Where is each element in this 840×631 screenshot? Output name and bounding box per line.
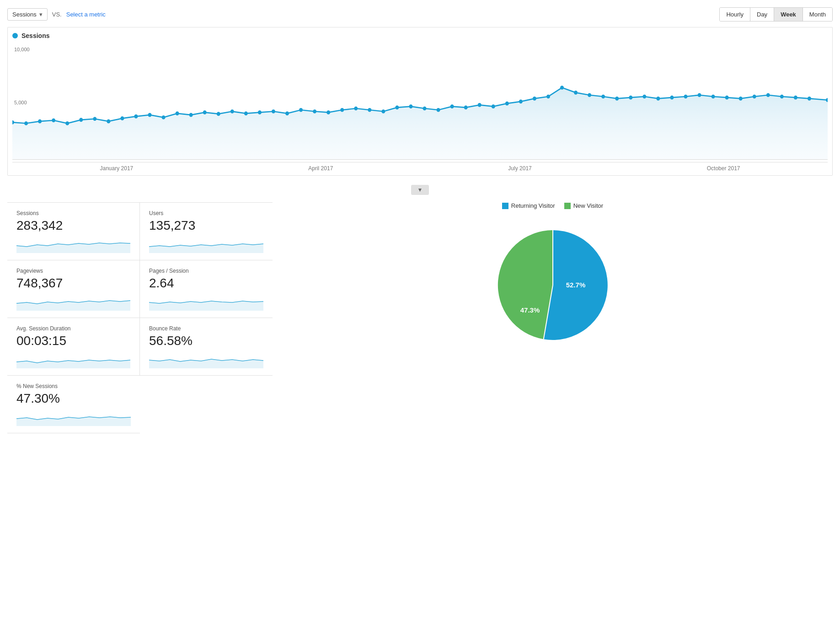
metric-bounce-rate: Bounce Rate 56.58% — [140, 318, 273, 376]
svg-point-9 — [134, 114, 138, 119]
svg-point-23 — [326, 110, 330, 114]
chart-container: 10,000 5,000 — [12, 43, 828, 162]
sessions-value: 283,342 — [16, 218, 130, 233]
svg-point-5 — [79, 118, 83, 122]
x-label-apr: April 2017 — [308, 165, 333, 172]
svg-point-12 — [176, 112, 179, 116]
svg-point-57 — [794, 96, 797, 100]
pages-session-value: 2.64 — [149, 276, 263, 291]
y-axis-10000: 10,000 — [14, 47, 30, 52]
svg-point-19 — [272, 109, 275, 113]
svg-point-41 — [574, 91, 578, 95]
svg-point-34 — [478, 103, 482, 107]
metric-new-sessions: % New Sessions 47.30% — [7, 376, 140, 433]
day-button[interactable]: Day — [750, 8, 774, 21]
svg-point-6 — [93, 117, 96, 121]
metrics-section: Sessions 283,342 Users 135,273 Pageviews… — [7, 202, 833, 433]
svg-point-16 — [230, 109, 234, 113]
avg-session-label: Avg. Session Duration — [16, 325, 130, 332]
bounce-rate-value: 56.58% — [149, 334, 263, 348]
svg-point-27 — [381, 109, 385, 113]
svg-point-22 — [313, 109, 316, 113]
svg-point-3 — [52, 119, 55, 123]
time-button-group: Hourly Day Week Month — [719, 7, 833, 22]
sessions-label: Sessions — [16, 210, 130, 216]
metric-users: Users 135,273 — [140, 203, 273, 260]
svg-point-52 — [725, 96, 729, 100]
svg-point-48 — [670, 96, 674, 100]
sessions-chart — [12, 43, 828, 162]
pages-session-sparkline — [149, 294, 263, 311]
dropdown-arrow-icon: ▾ — [39, 11, 43, 18]
new-sessions-label: % New Sessions — [16, 383, 131, 389]
svg-point-28 — [395, 106, 399, 110]
metrics-grid: Sessions 283,342 Users 135,273 Pageviews… — [7, 202, 273, 433]
metric-dropdown[interactable]: Sessions ▾ — [7, 8, 48, 21]
sessions-legend-dot — [12, 33, 18, 38]
metric-pageviews: Pageviews 748,367 — [7, 260, 140, 318]
metric-avg-session: Avg. Session Duration 00:03:15 — [7, 318, 140, 376]
month-button[interactable]: Month — [803, 8, 832, 21]
returning-legend-color — [502, 203, 508, 209]
svg-point-11 — [162, 115, 166, 119]
svg-point-38 — [533, 97, 536, 101]
avg-session-value: 00:03:15 — [16, 334, 130, 348]
svg-point-47 — [656, 97, 660, 101]
sessions-sparkline — [16, 237, 130, 253]
pageviews-value: 748,367 — [16, 276, 130, 291]
metric-sessions: Sessions 283,342 — [7, 203, 140, 260]
returning-legend-item: Returning Visitor — [502, 202, 555, 209]
page-header: Sessions ▾ VS. Select a metric Hourly Da… — [7, 7, 833, 22]
svg-point-56 — [780, 95, 784, 99]
new-pct-label: 47.3% — [520, 306, 540, 314]
svg-point-14 — [203, 110, 207, 114]
svg-point-31 — [437, 108, 440, 112]
svg-point-15 — [217, 112, 220, 116]
vs-label: VS. — [52, 11, 62, 18]
pie-section: Returning Visitor New Visitor — [273, 202, 833, 433]
svg-point-30 — [423, 107, 427, 111]
svg-point-44 — [615, 97, 619, 101]
scroll-hint: ▼ — [7, 185, 833, 195]
svg-point-21 — [299, 108, 303, 112]
svg-point-40 — [560, 86, 564, 90]
svg-point-7 — [107, 119, 110, 124]
chart-area: Sessions 10,000 5,000 — [7, 27, 833, 176]
new-legend-label: New Visitor — [573, 202, 604, 209]
chart-legend-label: Sessions — [21, 32, 49, 39]
hourly-button[interactable]: Hourly — [720, 8, 750, 21]
new-legend-color — [564, 203, 571, 209]
svg-point-51 — [712, 95, 715, 99]
svg-point-55 — [766, 93, 770, 97]
svg-point-53 — [739, 97, 743, 101]
svg-point-33 — [464, 106, 468, 110]
bounce-rate-label: Bounce Rate — [149, 325, 263, 332]
returning-pct-label: 52.7% — [566, 281, 585, 289]
x-label-oct: October 2017 — [707, 165, 740, 172]
select-metric-link[interactable]: Select a metric — [66, 11, 106, 18]
week-button[interactable]: Week — [774, 8, 803, 21]
pageviews-sparkline — [16, 294, 130, 311]
svg-point-25 — [354, 107, 358, 111]
scroll-button[interactable]: ▼ — [411, 185, 429, 195]
pie-container: 52.7% 47.3% — [484, 216, 621, 355]
header-left: Sessions ▾ VS. Select a metric — [7, 8, 106, 21]
svg-point-32 — [450, 104, 454, 108]
svg-point-20 — [285, 112, 289, 116]
svg-point-39 — [546, 95, 550, 99]
svg-point-13 — [189, 113, 193, 117]
x-label-jan: January 2017 — [100, 165, 134, 172]
returning-legend-label: Returning Visitor — [511, 202, 555, 209]
svg-point-46 — [642, 95, 646, 99]
users-sparkline — [149, 237, 263, 253]
svg-point-36 — [505, 102, 509, 106]
svg-point-1 — [24, 121, 28, 125]
pie-chart: 52.7% 47.3% — [484, 216, 621, 354]
svg-point-29 — [409, 104, 412, 108]
svg-point-17 — [244, 112, 248, 116]
svg-point-54 — [753, 95, 756, 99]
svg-point-8 — [120, 116, 124, 120]
svg-point-42 — [588, 93, 591, 97]
metric-pages-session: Pages / Session 2.64 — [140, 260, 273, 318]
x-label-jul: July 2017 — [508, 165, 531, 172]
